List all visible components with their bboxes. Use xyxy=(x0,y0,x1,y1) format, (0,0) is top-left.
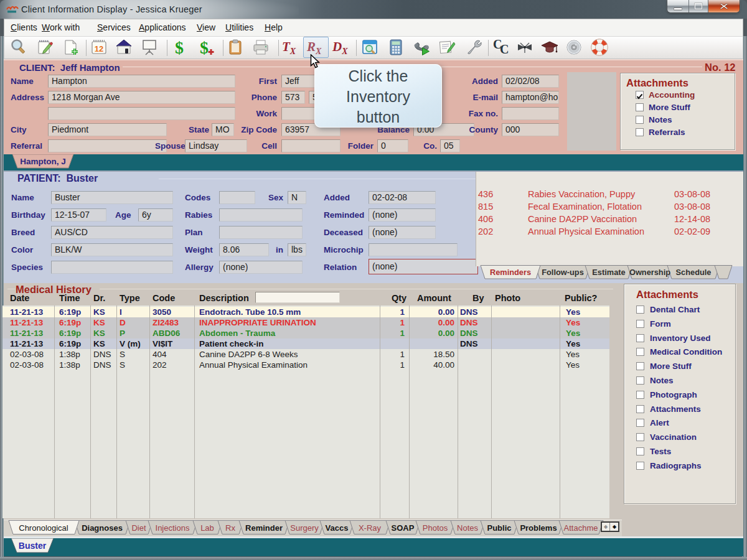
svg-text:Surgery: Surgery xyxy=(290,523,319,533)
svg-text:Photos: Photos xyxy=(423,523,448,533)
svg-text:Schedule: Schedule xyxy=(676,268,712,277)
svg-text:Chronological: Chronological xyxy=(19,523,68,533)
svg-text:Diagnoses: Diagnoses xyxy=(82,523,123,533)
svg-text:Reminder: Reminder xyxy=(245,523,283,533)
svg-text:Attachme: Attachme xyxy=(564,523,598,533)
svg-text:Ownership: Ownership xyxy=(629,268,670,277)
svg-text:Follow-ups: Follow-ups xyxy=(542,268,584,277)
svg-text:Reminders: Reminders xyxy=(490,268,531,277)
svg-text:Vaccs: Vaccs xyxy=(326,523,349,533)
svg-text:Injections: Injections xyxy=(156,523,190,533)
svg-text:Notes: Notes xyxy=(457,523,478,533)
svg-text:Estimate: Estimate xyxy=(592,268,625,277)
svg-text:Hampton, J: Hampton, J xyxy=(20,157,66,166)
svg-text:Problems: Problems xyxy=(520,523,557,533)
svg-text:X-Ray: X-Ray xyxy=(359,523,382,533)
svg-text:Diet: Diet xyxy=(131,523,146,533)
svg-text:SOAP: SOAP xyxy=(392,523,415,533)
svg-text:Public: Public xyxy=(487,523,511,533)
svg-text:Rx: Rx xyxy=(225,523,235,533)
svg-text:Buster: Buster xyxy=(19,541,47,551)
svg-text:Lab: Lab xyxy=(200,523,214,533)
